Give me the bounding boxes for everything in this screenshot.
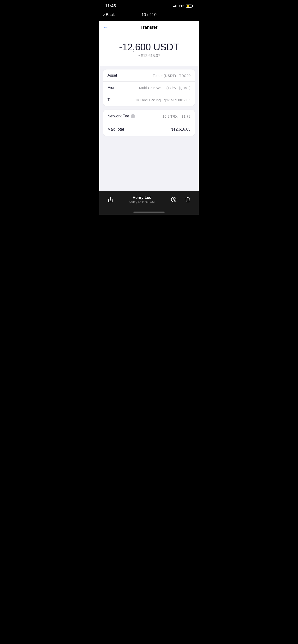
fees-card: Network Fee i 16.8 TRX ≈ $1.78 Max Total…	[103, 110, 195, 136]
share-icon	[107, 197, 113, 202]
home-bar	[133, 212, 165, 213]
bottom-toolbar: Henry Leo today at 11:40 AM	[99, 191, 199, 212]
asset-row: Asset Tether (USDT) - TRC20	[103, 70, 195, 82]
nav-back-button[interactable]: ‹ Back	[103, 12, 115, 17]
fee-label-group: Network Fee i	[107, 114, 135, 118]
asset-value: Tether (USDT) - TRC20	[127, 74, 191, 78]
network-fee-value: 16.8 TRX ≈ $1.78	[163, 114, 191, 118]
amount-secondary: ≈ $12,615.07	[104, 54, 194, 58]
circle-a-icon	[171, 197, 177, 202]
details-card: Asset Tether (USDT) - TRC20 From Multi-C…	[103, 70, 195, 106]
main-content: ← Transfer -12,600 USDT ≈ $12,615.07 Ass…	[99, 21, 199, 191]
nav-bar: ‹ Back 10 of 10	[99, 10, 199, 21]
max-total-value: $12,616.85	[171, 127, 191, 132]
max-total-row: Max Total $12,616.85	[103, 123, 195, 136]
share-button[interactable]	[105, 194, 116, 205]
network-fee-row: Network Fee i 16.8 TRX ≈ $1.78	[103, 110, 195, 123]
trash-icon	[185, 197, 191, 202]
network-type: LTE	[179, 4, 185, 8]
nav-back-arrow-icon: ‹	[103, 12, 105, 17]
contact-name: Henry Leo	[133, 196, 152, 200]
nav-back-label: Back	[106, 12, 115, 17]
asset-label: Asset	[107, 73, 127, 78]
contact-time: today at 11:40 AM	[129, 200, 155, 204]
home-indicator	[99, 212, 199, 215]
to-row: To TKThbSTPkuhq...qm1aTcH8DZUZ	[103, 94, 195, 106]
to-label: To	[107, 98, 127, 102]
svg-point-1	[171, 197, 176, 202]
battery-icon	[186, 4, 193, 8]
from-value: Multi-Coin Wal... (TChv...jQH9T)	[127, 86, 191, 90]
circle-a-button[interactable]	[169, 194, 179, 205]
delete-button[interactable]	[182, 194, 193, 205]
transfer-back-button[interactable]: ←	[103, 25, 108, 30]
transfer-header: ← Transfer	[99, 21, 199, 34]
amount-primary: -12,600 USDT	[104, 42, 194, 52]
toolbar-contact: Henry Leo today at 11:40 AM	[129, 196, 155, 204]
nav-title: 10 of 10	[141, 12, 157, 17]
network-fee-label: Network Fee	[107, 114, 129, 118]
max-total-label: Max Total	[107, 127, 124, 132]
status-time: 11:45	[105, 4, 116, 8]
transfer-title: Transfer	[140, 25, 158, 30]
info-icon[interactable]: i	[131, 114, 135, 118]
to-value: TKThbSTPkuhq...qm1aTcH8DZUZ	[127, 98, 191, 102]
signal-icon	[173, 5, 177, 7]
from-row: From Multi-Coin Wal... (TChv...jQH9T)	[103, 82, 195, 94]
status-bar: 11:45 LTE	[99, 0, 199, 10]
from-label: From	[107, 86, 127, 90]
amount-section: -12,600 USDT ≈ $12,615.07	[99, 34, 199, 66]
status-icons: LTE	[173, 4, 193, 8]
